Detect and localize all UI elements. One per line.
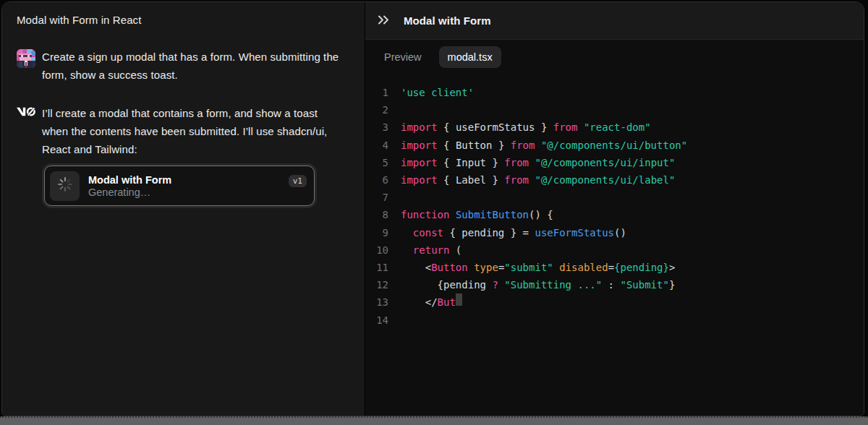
code-token: Button <box>456 137 493 154</box>
v0-logo-icon <box>17 106 35 119</box>
code-token: > <box>669 259 675 276</box>
code-token: "submit" <box>504 259 553 276</box>
line-number: 12 <box>372 276 388 293</box>
editor-header: Modal with Form <box>365 2 864 40</box>
line-number: 1 <box>372 84 388 101</box>
code-line: 3import { useFormStatus } from "react-do… <box>372 119 864 136</box>
code-editor[interactable]: 1'use client'23import { useFormStatus } … <box>365 74 864 416</box>
code-token: { <box>438 137 456 154</box>
code-token: import <box>401 119 438 136</box>
code-token: Label <box>456 171 486 189</box>
code-token <box>553 259 559 276</box>
assistant-message-row: I’ll create a modal that contains a form… <box>17 104 350 206</box>
collapse-panel-button[interactable] <box>375 12 393 30</box>
line-number: 10 <box>372 241 388 259</box>
code-line: 7 <box>372 189 864 206</box>
code-line: 10 return ( <box>372 241 864 259</box>
text-cursor <box>456 293 462 306</box>
code-token: import <box>401 137 438 154</box>
line-number: 11 <box>372 259 388 276</box>
code-token: { <box>438 119 456 136</box>
code-line: 4import { Button } from "@/components/ui… <box>372 137 864 154</box>
code-token: < <box>401 259 431 276</box>
code-line: 12 {pending ? "Submitting ..." : "Submit… <box>372 276 864 293</box>
line-number: 2 <box>372 101 388 119</box>
line-number: 13 <box>372 293 388 311</box>
tab-preview[interactable]: Preview <box>375 46 430 68</box>
user-message-text: Create a sign up modal that has a form. … <box>42 48 339 84</box>
code-token: "@/components/ui/input" <box>535 154 675 171</box>
user-avatar-icon <box>17 49 35 68</box>
code-line: 9 const { pending } = useFormStatus() <box>372 224 864 241</box>
code-line: 5import { Input } from "@/components/ui/… <box>372 154 864 171</box>
code-token: { pending } = <box>443 224 535 241</box>
code-token: = <box>498 259 504 276</box>
editor-tabbar: Preview modal.tsx <box>365 40 864 74</box>
code-token: = <box>608 259 614 276</box>
code-token <box>535 137 540 154</box>
code-token: import <box>401 154 438 171</box>
code-token: import <box>401 171 438 189</box>
line-number: 8 <box>372 206 388 223</box>
code-token: {pending} <box>614 259 669 276</box>
line-number: 9 <box>372 224 388 241</box>
code-token <box>529 154 535 171</box>
code-token: ( <box>449 241 461 259</box>
editor-panel: Modal with Form Preview modal.tsx 1'use … <box>365 2 864 416</box>
generation-thumbnail <box>50 171 80 201</box>
line-number: 7 <box>372 189 388 206</box>
assistant-message-content: I’ll create a modal that contains a form… <box>42 104 327 206</box>
code-token: ? <box>492 276 498 293</box>
code-token: But <box>438 293 456 311</box>
generation-card-title: Modal with Form <box>88 174 171 186</box>
tab-modal-tsx[interactable]: modal.tsx <box>439 46 501 68</box>
code-token: () <box>614 224 626 241</box>
generation-card[interactable]: Modal with Form Generating… v1 <box>44 166 315 206</box>
code-token: { <box>438 154 456 171</box>
code-token: "react-dom" <box>584 119 651 136</box>
editor-title: Modal with Form <box>404 14 491 27</box>
line-number: 14 <box>372 312 388 329</box>
code-token: const <box>413 224 443 241</box>
window-bottom-edge <box>0 416 868 425</box>
code-line: 2 <box>372 101 864 119</box>
code-token: "@/components/ui/label" <box>535 171 675 189</box>
code-token: "@/components/ui/button" <box>541 137 687 154</box>
code-token: </ <box>401 293 438 311</box>
line-number: 3 <box>372 119 388 136</box>
user-message-row: Create a sign up modal that has a form. … <box>17 48 350 84</box>
code-token: } <box>486 154 504 171</box>
code-token: () { <box>529 206 553 223</box>
code-token: } <box>535 119 553 136</box>
chat-panel: Modal with Form in React <box>2 2 365 416</box>
code-token: "Submitting ..." <box>504 276 602 293</box>
loading-spinner-icon <box>57 176 73 195</box>
code-token: from <box>504 154 529 171</box>
code-line: 11 <Button type="submit" disabled={pendi… <box>372 259 864 276</box>
line-number: 5 <box>372 154 388 171</box>
code-token: from <box>511 137 535 154</box>
code-token <box>401 224 413 241</box>
code-token: function <box>401 206 449 223</box>
assistant-message-text: I’ll create a modal that contains a form… <box>42 104 327 158</box>
code-line: 6import { Label } from "@/components/ui/… <box>372 171 864 189</box>
code-token: { <box>438 171 456 189</box>
version-badge: v1 <box>289 175 307 187</box>
code-token: } <box>492 137 510 154</box>
code-token: Button <box>431 259 468 276</box>
code-line: 8function SubmitButton() { <box>372 206 864 223</box>
code-token: 'use client' <box>401 84 474 101</box>
code-token <box>577 119 583 136</box>
code-token: "Submit" <box>620 276 668 293</box>
code-token <box>401 241 413 259</box>
code-line: 1'use client' <box>372 84 864 101</box>
code-line: 13 </But <box>372 293 864 311</box>
code-token: } <box>669 276 675 293</box>
app-window: Modal with Form in React <box>1 1 864 416</box>
code-token: type <box>474 259 498 276</box>
code-token: from <box>553 119 578 136</box>
line-number: 6 <box>372 171 388 189</box>
code-token <box>498 276 504 293</box>
code-line: 14 <box>372 312 864 329</box>
code-token <box>468 259 474 276</box>
